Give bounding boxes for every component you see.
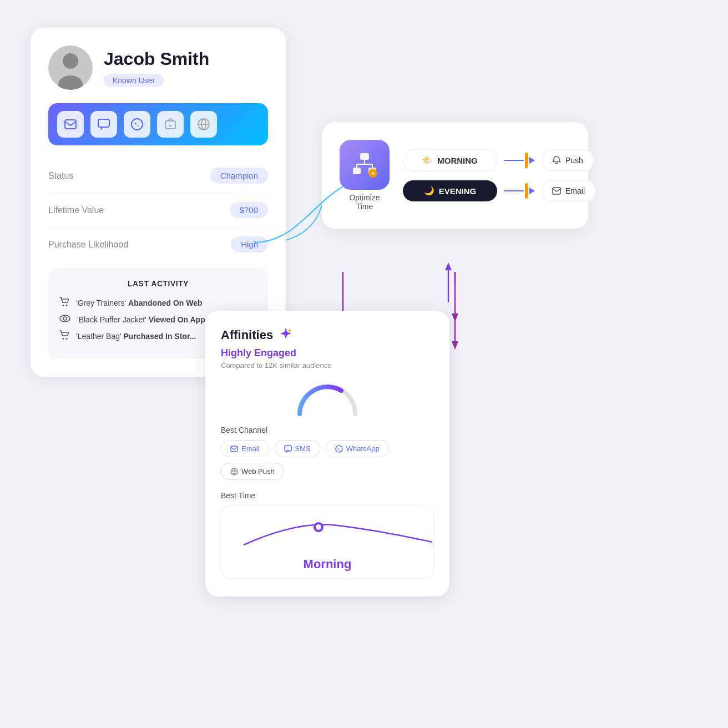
- profile-header: Jacob Smith Known User: [48, 46, 268, 90]
- purchase-value: High: [231, 236, 268, 252]
- activity-text-3: 'Leather Bag' Purchased In Stor...: [76, 332, 196, 341]
- morning-arrow: [504, 153, 535, 168]
- svg-point-37: [336, 446, 342, 452]
- affinities-title: Affinities: [221, 328, 273, 342]
- optimize-icon-box: ✦: [340, 140, 390, 190]
- email-badge: Email: [542, 180, 595, 201]
- last-activity-title: LAST ACTIVITY: [59, 279, 257, 288]
- profile-info: Jacob Smith Known User: [104, 49, 209, 87]
- push-channel-btn[interactable]: [157, 111, 184, 138]
- gauge-container: [221, 381, 434, 417]
- optimize-left: ✦ OptimizeTime: [340, 140, 390, 211]
- evening-emoji: 🌙: [424, 186, 434, 196]
- email-channel-btn[interactable]: [57, 111, 84, 138]
- whatsapp-channel-btn[interactable]: [124, 111, 150, 138]
- arrow-head: [529, 157, 535, 164]
- activity-text-1: 'Grey Trainers' Abandoned On Web: [76, 299, 203, 307]
- lifetime-label: Lifetime Value: [48, 205, 104, 215]
- purchase-row: Purchase Likelihood High: [48, 228, 268, 261]
- svg-point-10: [132, 119, 143, 130]
- channel-row: [48, 103, 268, 145]
- svg-rect-9: [98, 119, 109, 127]
- email-badge-label: Email: [565, 186, 585, 195]
- activity-item-1: 'Grey Trainers' Abandoned On Web: [59, 297, 257, 309]
- affinities-header: Affinities: [221, 326, 434, 344]
- morning-row: 🌤️ MORNING Push: [403, 149, 595, 171]
- push-badge: Push: [542, 150, 594, 171]
- profile-name: Jacob Smith: [104, 49, 209, 69]
- audience-compare: Compared to 12K similar audience: [221, 361, 434, 370]
- svg-point-19: [63, 338, 64, 340]
- time-options: 🌤️ MORNING Push �: [403, 149, 595, 201]
- cart-icon-1: [59, 297, 69, 309]
- arrow-head-2: [529, 188, 535, 194]
- morning-label: MORNING: [437, 156, 478, 165]
- svg-point-40: [316, 524, 321, 530]
- evening-pill: 🌙 EVENING: [403, 180, 497, 201]
- email-chip[interactable]: Email: [221, 440, 269, 457]
- avatar: [48, 46, 93, 90]
- evening-label: EVENING: [439, 186, 477, 196]
- webpush-chip[interactable]: Web Push: [221, 463, 284, 480]
- optimize-card: ✦ OptimizeTime 🌤️ MORNING: [322, 122, 588, 229]
- whatsapp-chip-label: WhatsApp: [346, 444, 380, 453]
- best-channel-label: Best Channel: [221, 426, 434, 434]
- status-label: Status: [48, 171, 73, 181]
- svg-text:✦: ✦: [371, 170, 375, 176]
- morning-pill: 🌤️ MORNING: [403, 149, 497, 171]
- time-curve-svg: [232, 517, 443, 550]
- evening-arrow: [504, 183, 535, 199]
- morning-label: Morning: [232, 557, 422, 572]
- svg-point-16: [66, 305, 68, 306]
- svg-point-12: [169, 125, 171, 127]
- svg-point-15: [63, 305, 64, 306]
- sms-chip[interactable]: SMS: [275, 440, 320, 457]
- evening-row: 🌙 EVENING Email: [403, 180, 595, 201]
- best-time-box: Morning: [221, 505, 434, 579]
- best-time-label: Best Time: [221, 491, 434, 500]
- lifetime-value: $700: [230, 202, 268, 218]
- svg-marker-4: [452, 341, 458, 350]
- status-value: Champion: [210, 168, 268, 184]
- arrow-shaft-2: [504, 190, 524, 192]
- channel-chips: Email SMS WhatsApp Web Push: [221, 440, 434, 480]
- svg-rect-30: [553, 188, 560, 194]
- svg-point-18: [63, 317, 67, 320]
- svg-rect-21: [360, 153, 369, 160]
- svg-marker-34: [445, 262, 452, 270]
- orange-bar-2: [525, 183, 528, 199]
- svg-point-20: [66, 338, 68, 340]
- eye-icon: [59, 315, 70, 325]
- webpush-chip-label: Web Push: [241, 467, 275, 476]
- affinities-card: Affinities Highly Engaged Compared to 12…: [205, 311, 449, 596]
- svg-point-17: [60, 315, 70, 322]
- orange-bar: [525, 153, 528, 168]
- email-chip-label: Email: [241, 444, 260, 453]
- svg-marker-1: [452, 314, 458, 322]
- lifetime-row: Lifetime Value $700: [48, 193, 268, 228]
- optimize-inner: ✦ OptimizeTime 🌤️ MORNING: [340, 140, 570, 211]
- cart-icon-2: [59, 330, 69, 342]
- svg-point-6: [63, 53, 78, 69]
- highly-engaged-label: Highly Engaged: [221, 347, 434, 359]
- push-badge-label: Push: [565, 156, 583, 165]
- affinities-icon: [279, 326, 293, 344]
- sms-channel-btn[interactable]: [90, 111, 117, 138]
- gauge-svg: [294, 381, 361, 417]
- optimize-label: OptimizeTime: [349, 193, 380, 211]
- arrow-shaft: [504, 160, 524, 161]
- status-row: Status Champion: [48, 159, 268, 193]
- svg-rect-22: [353, 168, 361, 174]
- purchase-label: Purchase Likelihood: [48, 240, 128, 250]
- web-channel-btn[interactable]: [190, 111, 217, 138]
- known-user-badge: Known User: [104, 74, 164, 87]
- svg-rect-8: [65, 120, 76, 129]
- whatsapp-chip[interactable]: WhatsApp: [326, 440, 389, 457]
- sms-chip-label: SMS: [295, 444, 311, 453]
- morning-emoji: 🌤️: [422, 155, 433, 165]
- svg-rect-35: [231, 446, 237, 452]
- activity-text-2: 'Black Puffer Jacket' Viewed On App: [77, 315, 205, 324]
- main-container: Jacob Smith Known User Status: [0, 0, 728, 728]
